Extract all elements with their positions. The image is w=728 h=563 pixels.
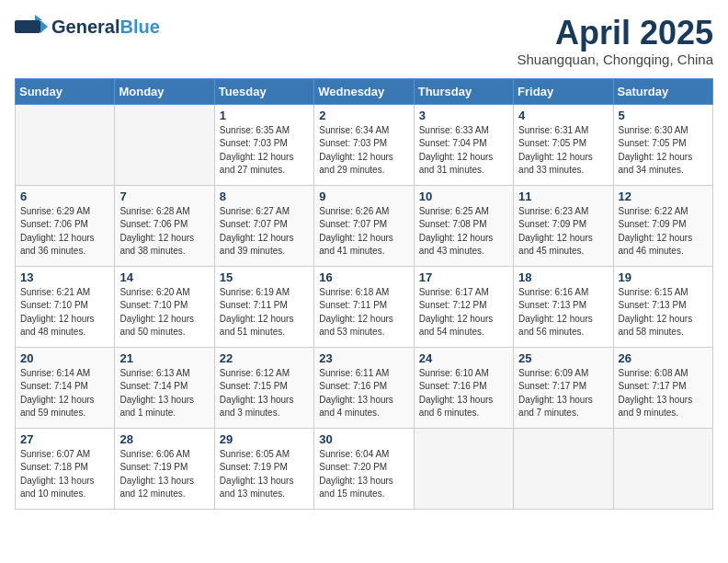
svg-marker-2	[35, 15, 42, 20]
day-detail: Sunrise: 6:23 AM Sunset: 7:09 PM Dayligh…	[518, 205, 608, 259]
week-row-1: 1Sunrise: 6:35 AM Sunset: 7:03 PM Daylig…	[16, 104, 713, 185]
week-row-3: 13Sunrise: 6:21 AM Sunset: 7:10 PM Dayli…	[16, 266, 713, 347]
day-number: 22	[220, 351, 309, 365]
week-row-2: 6Sunrise: 6:29 AM Sunset: 7:06 PM Daylig…	[16, 185, 713, 266]
calendar-cell: 12Sunrise: 6:22 AM Sunset: 7:09 PM Dayli…	[613, 185, 712, 266]
day-detail: Sunrise: 6:33 AM Sunset: 7:04 PM Dayligh…	[419, 124, 508, 178]
calendar-cell: 9Sunrise: 6:26 AM Sunset: 7:07 PM Daylig…	[314, 185, 414, 266]
calendar-cell: 19Sunrise: 6:15 AM Sunset: 7:13 PM Dayli…	[613, 266, 712, 347]
calendar-cell	[414, 428, 513, 509]
day-number: 11	[518, 190, 608, 203]
calendar-cell: 13Sunrise: 6:21 AM Sunset: 7:10 PM Dayli…	[16, 266, 115, 347]
day-detail: Sunrise: 6:07 AM Sunset: 7:18 PM Dayligh…	[20, 448, 109, 501]
week-row-5: 27Sunrise: 6:07 AM Sunset: 7:18 PM Dayli…	[16, 428, 713, 509]
day-detail: Sunrise: 6:30 AM Sunset: 7:05 PM Dayligh…	[619, 124, 708, 178]
day-detail: Sunrise: 6:08 AM Sunset: 7:17 PM Dayligh…	[619, 367, 708, 420]
day-number: 23	[319, 351, 408, 365]
day-number: 15	[220, 270, 309, 284]
calendar-cell: 24Sunrise: 6:10 AM Sunset: 7:16 PM Dayli…	[414, 347, 513, 428]
day-detail: Sunrise: 6:20 AM Sunset: 7:10 PM Dayligh…	[119, 286, 209, 339]
day-number: 13	[20, 270, 109, 284]
day-detail: Sunrise: 6:21 AM Sunset: 7:10 PM Dayligh…	[20, 286, 109, 339]
location-title: Shuangquan, Chongqing, China	[517, 52, 713, 67]
day-number: 28	[119, 432, 209, 446]
month-title: April 2025	[517, 15, 713, 52]
day-number: 17	[419, 270, 508, 284]
day-number: 4	[518, 109, 608, 122]
calendar-cell	[16, 104, 115, 185]
calendar-cell: 29Sunrise: 6:05 AM Sunset: 7:19 PM Dayli…	[214, 428, 313, 509]
day-detail: Sunrise: 6:28 AM Sunset: 7:06 PM Dayligh…	[119, 205, 209, 259]
day-number: 6	[20, 190, 109, 203]
logo-name: GeneralBlue	[51, 17, 160, 37]
day-number: 3	[419, 109, 508, 122]
day-number: 1	[220, 109, 309, 122]
day-detail: Sunrise: 6:09 AM Sunset: 7:17 PM Dayligh…	[518, 367, 608, 420]
day-number: 12	[619, 190, 708, 203]
day-detail: Sunrise: 6:18 AM Sunset: 7:11 PM Dayligh…	[319, 286, 408, 339]
title-block: April 2025 Shuangquan, Chongqing, China	[517, 15, 713, 67]
day-number: 16	[319, 270, 408, 284]
calendar-cell	[115, 104, 214, 185]
day-detail: Sunrise: 6:06 AM Sunset: 7:19 PM Dayligh…	[119, 448, 209, 501]
calendar-cell: 25Sunrise: 6:09 AM Sunset: 7:17 PM Dayli…	[514, 347, 613, 428]
calendar-cell: 11Sunrise: 6:23 AM Sunset: 7:09 PM Dayli…	[514, 185, 613, 266]
day-detail: Sunrise: 6:13 AM Sunset: 7:14 PM Dayligh…	[119, 367, 209, 420]
day-number: 14	[119, 270, 209, 284]
calendar-cell: 21Sunrise: 6:13 AM Sunset: 7:14 PM Dayli…	[115, 347, 214, 428]
calendar-table: SundayMondayTuesdayWednesdayThursdayFrid…	[15, 78, 713, 510]
day-number: 24	[419, 351, 508, 365]
day-detail: Sunrise: 6:15 AM Sunset: 7:13 PM Dayligh…	[619, 286, 708, 339]
calendar-cell: 22Sunrise: 6:12 AM Sunset: 7:15 PM Dayli…	[214, 347, 313, 428]
day-number: 19	[619, 270, 708, 284]
day-detail: Sunrise: 6:05 AM Sunset: 7:19 PM Dayligh…	[220, 448, 309, 501]
day-number: 8	[220, 190, 309, 203]
calendar-cell: 16Sunrise: 6:18 AM Sunset: 7:11 PM Dayli…	[314, 266, 414, 347]
day-detail: Sunrise: 6:27 AM Sunset: 7:07 PM Dayligh…	[220, 205, 309, 259]
weekday-header-wednesday: Wednesday	[314, 78, 414, 104]
day-number: 10	[419, 190, 508, 203]
weekday-header-saturday: Saturday	[613, 78, 712, 104]
calendar-cell: 5Sunrise: 6:30 AM Sunset: 7:05 PM Daylig…	[613, 104, 712, 185]
day-detail: Sunrise: 6:12 AM Sunset: 7:15 PM Dayligh…	[220, 367, 309, 420]
logo: GeneralBlue	[15, 15, 160, 39]
day-number: 18	[518, 270, 608, 284]
weekday-header-friday: Friday	[514, 78, 613, 104]
day-detail: Sunrise: 6:29 AM Sunset: 7:06 PM Dayligh…	[20, 205, 109, 259]
day-detail: Sunrise: 6:35 AM Sunset: 7:03 PM Dayligh…	[220, 124, 309, 178]
weekday-header-row: SundayMondayTuesdayWednesdayThursdayFrid…	[16, 78, 713, 104]
calendar-cell: 4Sunrise: 6:31 AM Sunset: 7:05 PM Daylig…	[514, 104, 613, 185]
day-detail: Sunrise: 6:11 AM Sunset: 7:16 PM Dayligh…	[319, 367, 408, 420]
day-detail: Sunrise: 6:10 AM Sunset: 7:16 PM Dayligh…	[419, 367, 508, 420]
calendar-cell: 3Sunrise: 6:33 AM Sunset: 7:04 PM Daylig…	[414, 104, 513, 185]
calendar-cell: 18Sunrise: 6:16 AM Sunset: 7:13 PM Dayli…	[514, 266, 613, 347]
calendar-cell	[514, 428, 613, 509]
day-detail: Sunrise: 6:04 AM Sunset: 7:20 PM Dayligh…	[319, 448, 408, 501]
day-detail: Sunrise: 6:26 AM Sunset: 7:07 PM Dayligh…	[319, 205, 408, 259]
calendar-cell: 1Sunrise: 6:35 AM Sunset: 7:03 PM Daylig…	[214, 104, 313, 185]
day-number: 7	[119, 190, 209, 203]
day-number: 2	[319, 109, 408, 122]
calendar-cell: 27Sunrise: 6:07 AM Sunset: 7:18 PM Dayli…	[16, 428, 115, 509]
day-number: 30	[319, 432, 408, 446]
calendar-cell: 8Sunrise: 6:27 AM Sunset: 7:07 PM Daylig…	[214, 185, 313, 266]
day-detail: Sunrise: 6:19 AM Sunset: 7:11 PM Dayligh…	[220, 286, 309, 339]
calendar-cell: 2Sunrise: 6:34 AM Sunset: 7:03 PM Daylig…	[314, 104, 414, 185]
page-header: GeneralBlue April 2025 Shuangquan, Chong…	[15, 15, 713, 67]
svg-marker-1	[40, 20, 48, 33]
logo-icon	[15, 15, 48, 39]
calendar-cell: 15Sunrise: 6:19 AM Sunset: 7:11 PM Dayli…	[214, 266, 313, 347]
day-number: 9	[319, 190, 408, 203]
day-detail: Sunrise: 6:17 AM Sunset: 7:12 PM Dayligh…	[419, 286, 508, 339]
day-number: 25	[518, 351, 608, 365]
day-detail: Sunrise: 6:34 AM Sunset: 7:03 PM Dayligh…	[319, 124, 408, 178]
day-detail: Sunrise: 6:22 AM Sunset: 7:09 PM Dayligh…	[619, 205, 708, 259]
day-number: 26	[619, 351, 708, 365]
day-detail: Sunrise: 6:25 AM Sunset: 7:08 PM Dayligh…	[419, 205, 508, 259]
day-number: 29	[220, 432, 309, 446]
weekday-header-thursday: Thursday	[414, 78, 513, 104]
calendar-cell: 30Sunrise: 6:04 AM Sunset: 7:20 PM Dayli…	[314, 428, 414, 509]
day-detail: Sunrise: 6:31 AM Sunset: 7:05 PM Dayligh…	[518, 124, 608, 178]
week-row-4: 20Sunrise: 6:14 AM Sunset: 7:14 PM Dayli…	[16, 347, 713, 428]
calendar-cell: 23Sunrise: 6:11 AM Sunset: 7:16 PM Dayli…	[314, 347, 414, 428]
